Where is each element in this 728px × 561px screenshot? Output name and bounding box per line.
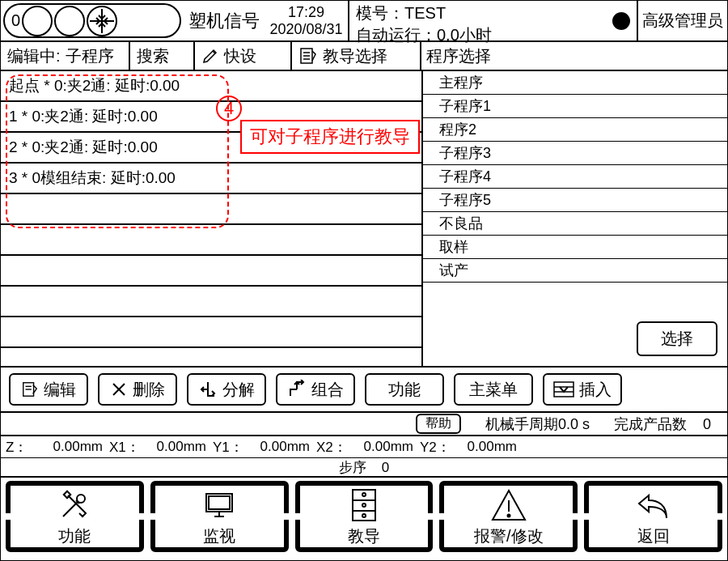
x2-label: X2： (316, 438, 344, 457)
nav-monitor[interactable]: 监视 (150, 481, 289, 552)
status-arrows-icon (87, 6, 117, 36)
side-item[interactable]: 子程序4 (423, 165, 727, 189)
edit-icon (21, 380, 39, 398)
function-button[interactable]: 功能 (365, 373, 444, 406)
status-number: 0 (11, 11, 20, 30)
side-item[interactable]: 不良品 (423, 212, 727, 236)
svg-point-24 (362, 493, 366, 496)
svg-rect-18 (209, 496, 230, 509)
action-button-row: 编辑 删除 分解 组合 功能 主菜单 插入 (1, 366, 727, 413)
cabinet-icon (348, 487, 380, 524)
step-row: 步序 0 (1, 458, 727, 478)
svg-rect-21 (353, 490, 375, 521)
pencil-icon (201, 47, 219, 65)
svg-point-28 (507, 514, 510, 516)
role-label: 高级管理员 (637, 1, 727, 40)
quickset-label: 快设 (224, 45, 256, 67)
quickset-button[interactable]: 快设 (195, 42, 292, 70)
z-value: 0.00mm (33, 439, 109, 455)
info-row: 帮助 机械手周期0.0 s 完成产品数 0 (1, 413, 727, 436)
editing-value: 子程序 (66, 45, 114, 67)
svg-point-26 (362, 514, 366, 517)
nav-function[interactable]: 功能 (6, 481, 144, 552)
program-row[interactable] (1, 256, 421, 287)
insert-icon (553, 381, 574, 397)
program-row[interactable]: 3 * 0模组结束: 延时:0.00 (1, 164, 421, 194)
program-row[interactable] (1, 317, 421, 348)
step-value: 0 (382, 460, 389, 475)
side-item[interactable]: 取样 (423, 236, 727, 259)
done-label: 完成产品数 (614, 416, 687, 432)
program-row[interactable]: 起点 * 0:夹2通: 延时:0.00 (1, 71, 421, 102)
nav-back-label: 返回 (637, 525, 670, 547)
monitor-icon (201, 487, 237, 524)
x1-value: 0.00mm (137, 439, 213, 455)
nav-monitor-label: 监视 (203, 525, 235, 547)
mode-value: TEST (404, 4, 446, 22)
record-indicator (606, 1, 637, 40)
clock: 17:29 2020/08/31 (265, 1, 349, 40)
insert-button[interactable]: 插入 (543, 373, 622, 406)
delete-button[interactable]: 删除 (98, 373, 177, 406)
edit-button[interactable]: 编辑 (9, 373, 88, 406)
warning-icon (489, 487, 528, 524)
edit-label: 编辑 (44, 379, 76, 401)
signal-label: 塑机信号 (184, 1, 265, 40)
side-item[interactable]: 子程序1 (423, 95, 727, 118)
decompose-icon (198, 380, 218, 399)
main-menu-button[interactable]: 主菜单 (454, 373, 533, 406)
y2-value: 0.00mm (447, 439, 523, 455)
z-label: Z： (6, 438, 33, 457)
editing-cell[interactable]: 编辑中:子程序 (1, 42, 130, 70)
program-row[interactable] (1, 225, 421, 256)
side-title: 程序选择 (421, 42, 727, 70)
side-item[interactable]: 子程序5 (423, 189, 727, 212)
x2-value: 0.00mm (344, 439, 420, 455)
delete-icon (110, 380, 128, 398)
help-button[interactable]: 帮助 (416, 414, 461, 434)
program-select-panel: 主程序 子程序1 程序2 子程序3 子程序4 子程序5 不良品 取样 试产 选择 (421, 71, 727, 366)
time: 17:29 (265, 4, 348, 21)
annotation-callout: 可对子程序进行教导 (240, 120, 420, 154)
decompose-button[interactable]: 分解 (187, 373, 266, 406)
mode-info: 模号：TEST 自动运行：0.0小时 (349, 1, 606, 40)
status-circle-2 (54, 6, 85, 36)
delete-label: 删除 (133, 379, 165, 401)
bottom-nav: 功能 监视 教导 报警/修改 返回 (1, 478, 727, 555)
teach-select-label: 教导选择 (323, 45, 387, 67)
form-icon (298, 46, 318, 66)
cycle-value: 0.0 s (558, 416, 590, 432)
side-item[interactable]: 主程序 (423, 71, 727, 95)
nav-teach-label: 教导 (348, 525, 380, 547)
mode-label: 模号： (356, 4, 404, 22)
combine-button[interactable]: 组合 (276, 373, 355, 406)
svg-rect-12 (554, 382, 574, 397)
auto-value: 0.0小时 (437, 26, 492, 44)
toolbar: 编辑中:子程序 搜索 快设 教导选择 程序选择 (1, 42, 727, 71)
program-row[interactable] (1, 287, 421, 317)
svg-point-15 (77, 495, 85, 503)
nav-teach[interactable]: 教导 (295, 481, 434, 552)
program-row[interactable] (1, 194, 421, 225)
coords-row: Z：0.00mm X1：0.00mm Y1：0.00mm X2：0.00mm Y… (1, 436, 727, 458)
editing-label: 编辑中: (7, 45, 61, 67)
tools-icon (57, 487, 92, 524)
nav-alarm[interactable]: 报警/修改 (439, 481, 578, 552)
select-button[interactable]: 选择 (637, 321, 717, 356)
side-item[interactable]: 子程序3 (423, 142, 727, 165)
y2-label: Y2： (420, 438, 447, 457)
y1-label: Y1： (213, 438, 240, 457)
search-button[interactable]: 搜索 (130, 42, 195, 70)
header-bar: 0 塑机信号 17:29 2020/08/31 模号：TEST 自动运行：0.0… (1, 1, 727, 42)
nav-alarm-label: 报警/修改 (474, 525, 544, 547)
x1-label: X1： (109, 438, 137, 457)
cycle-label: 机械手周期 (485, 416, 558, 432)
program-list: 起点 * 0:夹2通: 延时:0.00 1 * 0:夹2通: 延时:0.00 2… (1, 71, 421, 366)
side-item[interactable]: 试产 (423, 259, 727, 283)
nav-back[interactable]: 返回 (584, 481, 722, 552)
status-circle-1 (22, 6, 53, 36)
teach-select-button[interactable]: 教导选择 (292, 42, 421, 70)
date: 2020/08/31 (265, 21, 348, 38)
side-item[interactable]: 程序2 (423, 118, 727, 142)
annotation-number: 4 (216, 96, 242, 121)
